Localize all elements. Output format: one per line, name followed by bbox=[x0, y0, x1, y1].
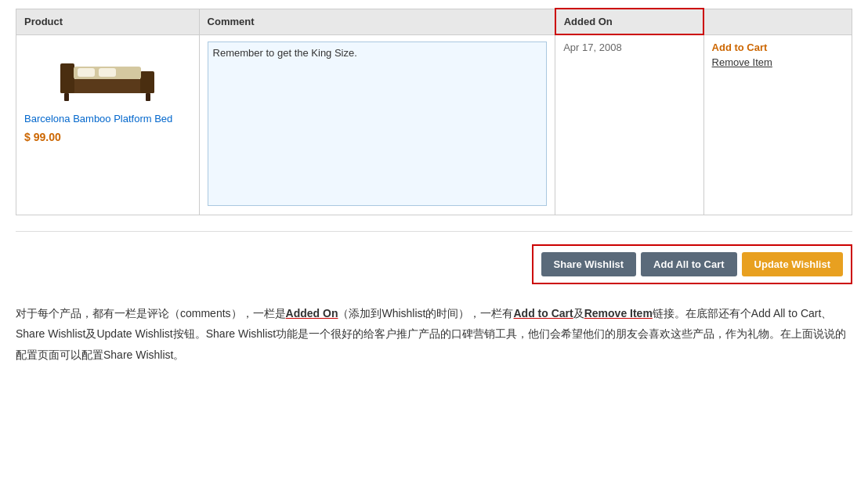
comment-cell bbox=[199, 34, 555, 215]
share-wishlist-button[interactable]: Share Wishlist bbox=[541, 252, 636, 276]
svg-rect-5 bbox=[99, 68, 116, 77]
added-on-cell: Apr 17, 2008 bbox=[555, 34, 703, 215]
action-bar: Share Wishlist Add All to Cart Update Wi… bbox=[16, 244, 852, 284]
update-wishlist-button[interactable]: Update Wishlist bbox=[742, 252, 843, 276]
actions-cell: Add to Cart Remove Item bbox=[703, 34, 852, 215]
added-on-highlight: Added On bbox=[286, 307, 338, 320]
add-to-cart-highlight: Add to Cart bbox=[513, 307, 573, 320]
col-header-product: Product bbox=[16, 9, 200, 34]
product-name-link[interactable]: Barcelona Bamboo Platform Bed bbox=[24, 112, 191, 126]
comment-textarea[interactable] bbox=[208, 42, 548, 206]
col-header-comment: Comment bbox=[199, 9, 555, 34]
added-on-date: Apr 17, 2008 bbox=[563, 42, 621, 53]
product-price: $ 99.00 bbox=[24, 131, 61, 143]
add-to-cart-link[interactable]: Add to Cart bbox=[712, 42, 844, 53]
col-header-added-on: Added On bbox=[555, 9, 703, 34]
action-bar-inner: Share Wishlist Add All to Cart Update Wi… bbox=[532, 244, 852, 284]
product-image-wrapper bbox=[24, 42, 191, 112]
description-section: 对于每个产品，都有一栏是评论（comments），一栏是Added On（添加到… bbox=[16, 303, 852, 366]
svg-rect-6 bbox=[64, 93, 69, 101]
remove-item-link[interactable]: Remove Item bbox=[712, 56, 772, 68]
add-all-to-cart-button[interactable]: Add All to Cart bbox=[641, 252, 737, 276]
remove-item-highlight: Remove Item bbox=[584, 307, 653, 320]
svg-rect-2 bbox=[140, 71, 154, 93]
product-cell: Barcelona Bamboo Platform Bed $ 99.00 bbox=[16, 34, 200, 215]
svg-rect-4 bbox=[78, 68, 95, 77]
col-header-actions bbox=[703, 9, 852, 34]
product-image bbox=[56, 49, 158, 104]
wishlist-table: Product Comment Added On bbox=[16, 8, 852, 215]
svg-rect-1 bbox=[60, 63, 74, 93]
table-row: Barcelona Bamboo Platform Bed $ 99.00 Ap… bbox=[16, 34, 852, 215]
divider bbox=[16, 231, 852, 232]
svg-rect-7 bbox=[146, 93, 150, 101]
